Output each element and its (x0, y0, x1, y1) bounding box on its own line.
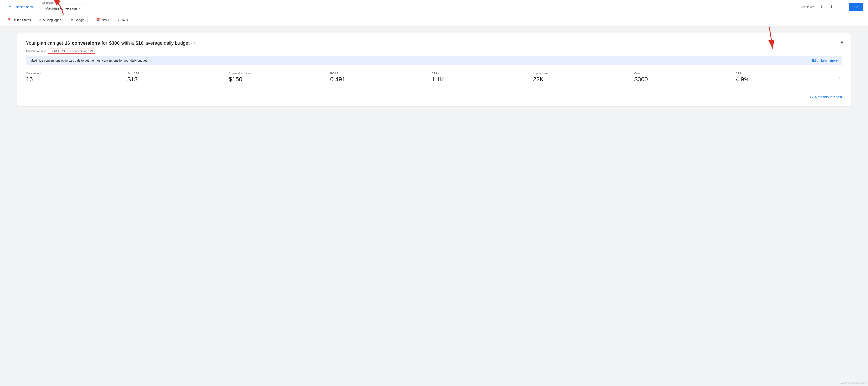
metric-item: Impressions22K (533, 72, 634, 83)
metrics-row: Conversions16Avg. CPA$18Conversion value… (26, 70, 842, 85)
more-options-button[interactable]: ⋮ (838, 3, 846, 11)
edit-link[interactable]: Edit (812, 59, 817, 62)
edit-plan-label: Edit plan name (13, 5, 34, 9)
share-button[interactable]: ⬆ (818, 3, 825, 11)
info-banner-text: Maximize conversions optimizes bids to g… (30, 59, 147, 62)
metric-label: Conversions (26, 72, 127, 75)
metric-value: $150 (229, 76, 330, 83)
language-icon: 𝑨 (39, 18, 41, 22)
for-label: for (102, 40, 107, 46)
with-label: with a (121, 40, 134, 46)
network-label: Google (75, 18, 85, 22)
pencil-icon: ✏ (9, 5, 12, 9)
metric-item: CTR4.9% (736, 72, 837, 83)
chevron-down-icon: ▾ (126, 18, 128, 22)
expand-icon: ∨ (840, 39, 844, 45)
forecast-headline: Your plan can get 16 conversions for $30… (26, 40, 842, 46)
metric-label: CTR (736, 72, 837, 75)
metric-value: 16 (26, 76, 127, 83)
headline-pre: Your plan can get (26, 40, 63, 46)
bid-strategy-select[interactable]: Maximize conversions ▾ (42, 5, 85, 12)
watermark: Screenshot by Knapper.com (839, 382, 866, 384)
location-label: United States (12, 18, 31, 22)
conversion-rate-row: Conversion rate : 1.48%, Value per conve… (26, 49, 842, 54)
edit-plan-button[interactable]: ✏ Edit plan name (5, 3, 37, 11)
metric-value: 22K (533, 76, 634, 83)
conversions-count: 16 (65, 40, 70, 46)
more-vert-icon: ⋮ (840, 5, 844, 9)
metric-value: 4.9% (736, 76, 837, 83)
metric-value: 0.491 (330, 76, 432, 83)
top-bar: ✏ Edit plan name Bid strategy Maximize c… (0, 0, 868, 14)
forecast-cost: $300 (109, 40, 120, 46)
network-filter[interactable]: ≡ Google (68, 17, 88, 23)
chat-bubble-icon: 🗨 (810, 95, 813, 99)
metric-item: ROAS0.491 (330, 72, 432, 83)
help-icon[interactable]: ⓘ (191, 41, 195, 46)
metric-value: $300 (634, 76, 736, 83)
daily-budget: $10 (135, 40, 144, 46)
daily-budget-suffix: average daily budget (145, 40, 189, 46)
metric-label: Cost (634, 72, 736, 75)
metric-label: Impressions (533, 72, 634, 75)
metric-label: Conversion value (229, 72, 330, 75)
bid-strategy-value: Maximize conversions (45, 6, 78, 10)
create-label: Cr (854, 5, 858, 9)
conversion-rate-pre: Conversion rate (26, 50, 46, 53)
language-filter[interactable]: 𝑨 All languages (38, 17, 63, 23)
calendar-icon: 📅 (96, 18, 100, 22)
metric-item: Conversions16 (26, 72, 127, 83)
metric-item: Avg. CPA$18 (127, 72, 229, 83)
location-filter[interactable]: 📍 United States (5, 17, 33, 23)
metric-item: Clicks1.1K (432, 72, 533, 83)
create-button[interactable]: Cr (849, 3, 863, 11)
search-icon: ≡ (71, 18, 73, 22)
metric-label: Avg. CPA (127, 72, 229, 75)
main-content: Your plan can get 16 conversions for $30… (0, 27, 868, 118)
metric-value: $18 (127, 76, 229, 83)
rate-forecast-label: Rate this forecast (815, 95, 842, 99)
metric-value: 1.1K (432, 76, 533, 83)
filter-bar: 📍 United States 𝑨 All languages ≡ Google… (0, 14, 868, 27)
conversions-label: conversions (72, 40, 100, 46)
top-bar-left: ✏ Edit plan name Bid strategy Maximize c… (5, 2, 89, 12)
bid-strategy-label: Bid strategy (42, 2, 54, 4)
learn-more-link[interactable]: Learn more (821, 59, 838, 62)
download-icon: ⬇ (830, 5, 833, 9)
upload-icon: ⬆ (819, 5, 823, 9)
rate-forecast-button[interactable]: 🗨 Rate this forecast (810, 95, 842, 99)
chevron-down-icon: ▾ (79, 7, 81, 10)
metrics-next-button[interactable]: › (837, 75, 842, 80)
info-banner: Maximize conversions optimizes bids to g… (26, 56, 842, 65)
rate-forecast-row: 🗨 Rate this forecast (26, 90, 842, 99)
date-range-label: Nov 1 – 30, 2024 (101, 18, 125, 22)
metric-item: Cost$300 (634, 72, 736, 83)
chevron-right-icon: › (839, 75, 840, 80)
collapse-button[interactable]: ∨ (840, 39, 844, 45)
forecast-card: Your plan can get 16 conversions for $30… (18, 33, 850, 106)
date-range-filter[interactable]: 📅 Nov 1 – 30, 2024 ▾ (93, 17, 131, 23)
location-icon: 📍 (7, 18, 11, 22)
conversion-rate-value: : 1.48%, Value per conversion : $9 (48, 49, 95, 54)
top-bar-right: Just saved ⬆ ⬇ ⋮ Cr (800, 3, 863, 11)
metric-item: Conversion value$150 (229, 72, 330, 83)
metric-label: ROAS (330, 72, 432, 75)
info-banner-actions: Edit Learn more (812, 59, 838, 62)
language-label: All languages (43, 18, 61, 22)
just-saved-label: Just saved (800, 5, 814, 9)
download-button[interactable]: ⬇ (828, 3, 835, 11)
metric-label: Clicks (432, 72, 533, 75)
bid-strategy-group: Bid strategy Maximize conversions ▾ (42, 2, 85, 12)
